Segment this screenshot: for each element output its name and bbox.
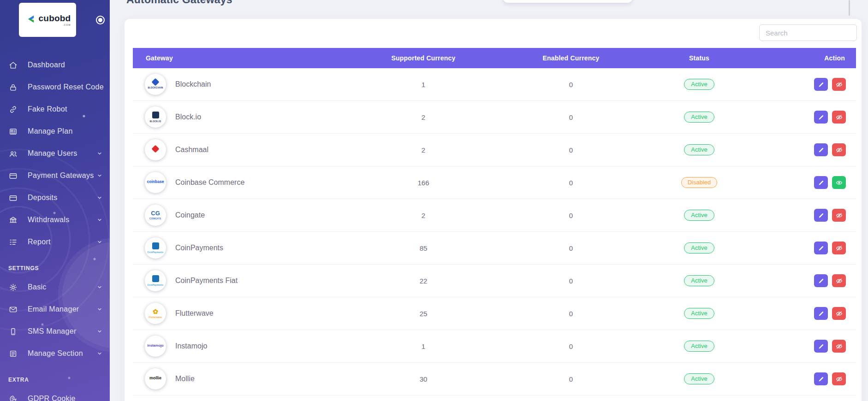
toggle-visibility-button[interactable] (832, 340, 846, 353)
status-badge: Active (684, 112, 714, 123)
eye-off-icon (836, 81, 843, 88)
eye-off-icon (836, 114, 843, 121)
gateway-logo-shape (152, 275, 159, 282)
supported-currency-value: 2 (327, 146, 520, 154)
eye-off-icon (836, 212, 843, 219)
supported-currency-value: 30 (327, 375, 520, 383)
link-icon (8, 105, 18, 114)
mail-icon (8, 305, 18, 314)
edit-button[interactable] (814, 274, 828, 287)
cubobd-logo-icon (24, 14, 37, 26)
chevron-down-icon (97, 173, 102, 178)
gateway-logo: BLOCKCHAIN (145, 74, 166, 95)
chevron-down-icon (97, 284, 102, 290)
page-title: Automatic Gateways (126, 0, 232, 6)
edit-button[interactable] (814, 78, 828, 91)
enabled-currency-value: 0 (520, 146, 622, 154)
status-badge: Disabled (681, 177, 718, 188)
gateway-logo-text: ✿ (153, 308, 158, 315)
supported-currency-value: 1 (327, 342, 520, 350)
edit-button[interactable] (814, 307, 828, 320)
sidebar-item-email-manager[interactable]: Email Manager (0, 298, 110, 320)
gateway-logo: BLOCK.IO (145, 106, 166, 128)
supported-currency-value: 2 (327, 212, 520, 219)
sidebar-item-password-reset-code[interactable]: Password Reset Code (0, 76, 110, 98)
gateway-logo: ✿ Flutterwave (145, 303, 166, 324)
gateway-logo: mollie (145, 368, 166, 389)
sidebar-heading-extra: EXTRA (0, 377, 110, 383)
sidebar-nav: Dashboard Password Reset Code Fake Robot… (0, 54, 110, 401)
toggle-visibility-button[interactable] (832, 307, 846, 320)
section-icon (8, 349, 18, 358)
gateway-logo-shape (152, 112, 159, 118)
toggle-visibility-button[interactable] (832, 209, 846, 222)
gateway-logo: instamojo (145, 336, 166, 357)
eye-off-icon (836, 277, 843, 284)
enabled-currency-value: 0 (520, 81, 622, 88)
gateway-name: Instamojo (175, 342, 207, 350)
gateway-name: Flutterwave (175, 309, 214, 318)
sidebar-toggle-button[interactable] (96, 16, 105, 24)
gateway-name: CoinPayments Fiat (175, 277, 238, 285)
pencil-icon (818, 147, 824, 153)
sidebar-item-dashboard[interactable]: Dashboard (0, 54, 110, 76)
edit-button[interactable] (814, 372, 828, 385)
status-badge: Active (684, 341, 714, 352)
toggle-visibility-button[interactable] (832, 372, 846, 385)
table-row: BLOCK.IO Block.io 2 0 Active (133, 101, 856, 134)
sidebar-item-report[interactable]: Report (0, 231, 110, 253)
enabled-currency-value: 0 (520, 244, 622, 252)
table-row: mollie Mollie 30 0 Active (133, 363, 856, 395)
sidebar: cubobd .COM Dashboard Password Reset Cod… (0, 0, 110, 401)
sidebar-item-gdpr-cookie[interactable]: GDPR Cookie (0, 388, 110, 401)
edit-button[interactable] (814, 242, 828, 254)
sidebar-item-sms-manager[interactable]: SMS Manager (0, 320, 110, 342)
app-logo[interactable]: cubobd .COM (19, 3, 76, 37)
sidebar-item-payment-gateways[interactable]: Payment Gateways (0, 165, 110, 187)
gateway-logo-caption: Flutterwave (149, 316, 162, 318)
gateway-logo: CoinPayments (145, 237, 166, 259)
gateways-card: Gateway Supported Currency Enabled Curre… (125, 19, 862, 401)
sidebar-item-basic[interactable]: Basic (0, 276, 110, 298)
toggle-visibility-button[interactable] (832, 242, 846, 254)
sidebar-item-withdrawals[interactable]: Withdrawals (0, 209, 110, 231)
status-badge: Active (684, 210, 714, 221)
pencil-icon (818, 278, 824, 284)
pencil-icon (818, 311, 824, 317)
sidebar-item-fake-robot[interactable]: Fake Robot (0, 98, 110, 120)
scrollbar-thumb[interactable] (849, 0, 850, 16)
eye-off-icon (836, 343, 843, 350)
search-input[interactable] (759, 24, 857, 41)
users-icon (8, 149, 18, 158)
column-supported-currency: Supported Currency (327, 54, 520, 62)
gateway-logo-shape (152, 78, 160, 86)
gateway-logo: CG COINGATE (145, 205, 166, 226)
column-action: Action (777, 54, 856, 62)
enabled-currency-value: 0 (520, 277, 622, 285)
edit-button[interactable] (814, 111, 828, 124)
sidebar-item-manage-users[interactable]: Manage Users (0, 142, 110, 165)
toggle-visibility-button[interactable] (832, 78, 846, 91)
sidebar-item-manage-section[interactable]: Manage Section (0, 342, 110, 365)
edit-button[interactable] (814, 340, 828, 353)
chevron-down-icon (97, 307, 102, 312)
edit-button[interactable] (814, 176, 828, 189)
edit-button[interactable] (814, 209, 828, 222)
toggle-visibility-button[interactable] (832, 176, 846, 189)
sidebar-item-deposits[interactable]: Deposits (0, 187, 110, 209)
sidebar-item-manage-plan[interactable]: Manage Plan (0, 120, 110, 142)
toggle-visibility-button[interactable] (832, 274, 846, 287)
toggle-visibility-button[interactable] (832, 143, 846, 156)
gateway-logo (145, 139, 166, 160)
pencil-icon (818, 180, 824, 186)
table-row: Cashmaal 2 0 Active (133, 134, 856, 166)
table-row: BLOCKCHAIN Blockchain 1 0 Active (133, 68, 856, 101)
supported-currency-value: 22 (327, 277, 520, 285)
credit-card-icon (8, 171, 18, 180)
column-enabled-currency: Enabled Currency (520, 54, 622, 62)
supported-currency-value: 166 (327, 179, 520, 187)
report-icon (8, 237, 18, 247)
toggle-visibility-button[interactable] (832, 111, 846, 124)
edit-button[interactable] (814, 143, 828, 156)
enabled-currency-value: 0 (520, 310, 622, 318)
